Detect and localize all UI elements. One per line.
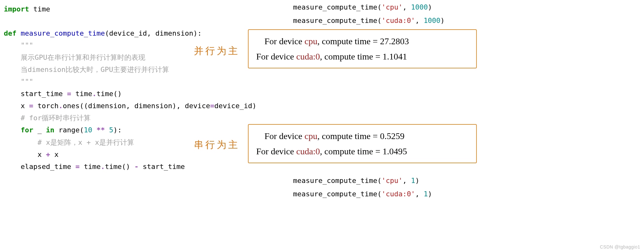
result-box-parallel: For device cpu, compute time = 27.2803 F… — [248, 29, 477, 68]
code-line: x = torch.ones((dimension, dimension), d… — [4, 100, 257, 112]
result-line: For device cpu, compute time = 27.2803 — [256, 34, 469, 49]
call-line: measure_compute_time('cpu', 1000) — [293, 3, 432, 11]
comment-line: # for循环时串行计算 — [4, 112, 257, 124]
call-line: measure_compute_time('cuda:0', 1) — [293, 190, 432, 198]
code-line: for _ in range(10 ** 5): — [4, 124, 257, 136]
code-line: import time — [4, 3, 257, 15]
code-line: start_time = time.time() — [4, 88, 257, 100]
code-line-blank — [4, 15, 257, 27]
result-line: For device cpu, compute time = 0.5259 — [256, 129, 469, 144]
docstring-close: """ — [4, 76, 257, 88]
annotation-parallel: 并行为主 — [194, 45, 240, 58]
code-line: def measure_compute_time(device_id, dime… — [4, 27, 257, 39]
keyword-def: def — [4, 29, 17, 37]
result-line: For device cuda:0, compute time = 1.0495 — [256, 144, 469, 159]
call-line: measure_compute_time('cpu', 1) — [293, 177, 419, 185]
watermark: CSDN @tgbaggio1 — [600, 244, 640, 249]
code-line: elapsed_time = time.time() - start_time — [4, 161, 257, 173]
docstring-line: 当dimension比较大时，GPU主要进行并行计算 — [4, 64, 257, 76]
result-line: For device cuda:0, compute time = 1.1041 — [256, 49, 469, 64]
call-line: measure_compute_time('cuda:0', 1000) — [293, 17, 445, 24]
keyword-import: import — [4, 5, 29, 13]
function-name: measure_compute_time — [17, 29, 105, 37]
annotation-serial: 串行为主 — [194, 138, 240, 151]
result-box-serial: For device cpu, compute time = 0.5259 Fo… — [248, 124, 477, 163]
